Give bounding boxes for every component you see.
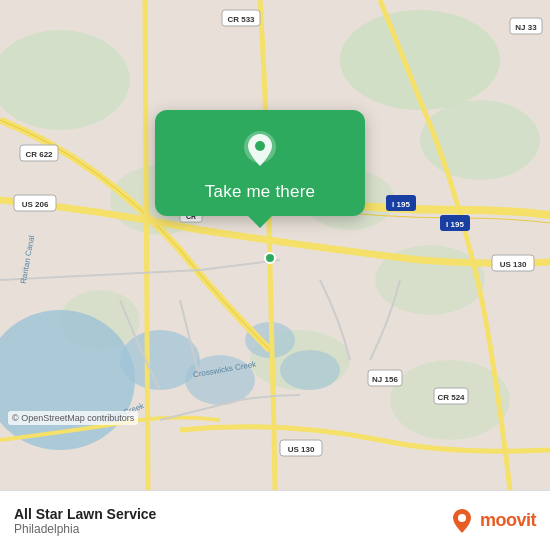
svg-text:NJ 33: NJ 33 xyxy=(515,23,537,32)
svg-text:US 130: US 130 xyxy=(288,445,315,454)
map-popup[interactable]: Take me there xyxy=(155,110,365,216)
svg-point-43 xyxy=(458,514,466,522)
bottom-info: All Star Lawn Service Philadelphia xyxy=(14,506,156,536)
map-attribution: © OpenStreetMap contributors xyxy=(8,411,138,425)
svg-point-14 xyxy=(280,350,340,390)
place-name: All Star Lawn Service xyxy=(14,506,156,522)
svg-text:US 206: US 206 xyxy=(22,200,49,209)
svg-text:US 130: US 130 xyxy=(500,260,527,269)
svg-point-40 xyxy=(265,253,275,263)
svg-text:NJ 156: NJ 156 xyxy=(372,375,398,384)
svg-text:CR 533: CR 533 xyxy=(227,15,255,24)
svg-text:CR 524: CR 524 xyxy=(437,393,465,402)
svg-text:I 195: I 195 xyxy=(446,220,464,229)
location-pin-icon xyxy=(238,128,282,172)
bottom-bar: All Star Lawn Service Philadelphia moovi… xyxy=(0,490,550,550)
svg-point-42 xyxy=(255,141,265,151)
moovit-icon xyxy=(448,507,476,535)
svg-text:I 195: I 195 xyxy=(392,200,410,209)
moovit-label: moovit xyxy=(480,510,536,531)
map-container: CR 533 NJ 33 CR 622 US 206 I 195 I 195 U… xyxy=(0,0,550,490)
moovit-logo: moovit xyxy=(448,507,536,535)
popup-label: Take me there xyxy=(205,182,315,202)
place-city: Philadelphia xyxy=(14,522,156,536)
svg-text:CR 622: CR 622 xyxy=(25,150,53,159)
